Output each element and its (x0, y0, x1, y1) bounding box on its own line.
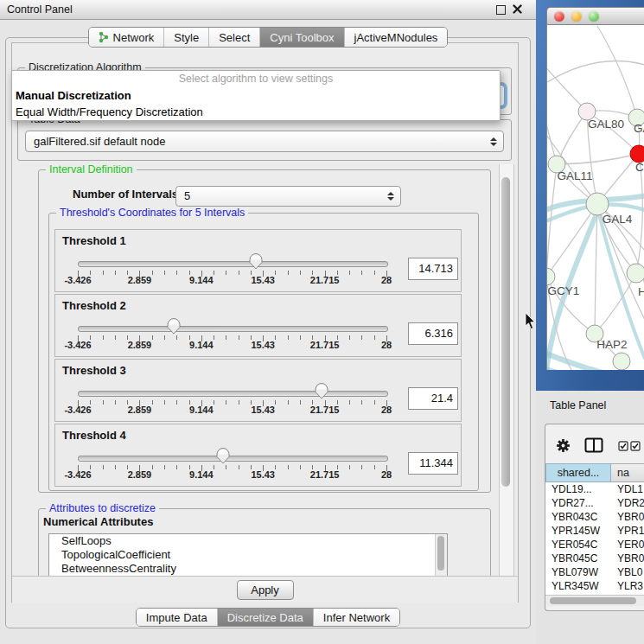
table-cell: YBL079W (545, 565, 611, 579)
table-data-combobox[interactable]: galFiltered.sif default node (25, 131, 504, 152)
panel-scrollbar[interactable] (499, 164, 514, 576)
slider-track[interactable] (78, 391, 388, 397)
threshold-label: Threshold 3 (62, 364, 126, 377)
table-row[interactable]: YER054CYER0 (545, 538, 644, 552)
numerical-attributes-list[interactable]: SelfLoopsTopologicalCoefficientBetweenne… (48, 533, 448, 576)
list-scrollbar-thumb[interactable] (437, 536, 444, 571)
threshold-value-field[interactable]: 11.344 (408, 452, 458, 475)
tab-label: Infer Network (323, 611, 390, 624)
table-row[interactable]: YPR145WYPR1 (545, 524, 644, 538)
slider-tick-label: 21.715 (299, 405, 351, 415)
float-window-icon[interactable] (496, 5, 506, 15)
attribute-list-item[interactable]: BetweennessCentrality (49, 562, 447, 576)
table-row[interactable]: YBR043CYBR0 (545, 510, 644, 524)
control-panel-titlebar: Control Panel (0, 0, 536, 20)
gear-icon[interactable] (556, 438, 571, 453)
table-row[interactable]: YDR27...YDR2 (545, 496, 644, 510)
network-node[interactable] (613, 353, 630, 370)
window-title: Control Panel (7, 3, 73, 16)
minimize-traffic-light-icon[interactable] (571, 11, 582, 22)
network-window: GAL80GACGAL11GAL4GCY1HHAP2 (546, 7, 644, 371)
tab-label: jActiveMNodules (354, 31, 438, 44)
tab-network[interactable]: Network (89, 28, 165, 47)
tab-label: Impute Data (146, 611, 207, 624)
slider-track[interactable] (78, 326, 388, 332)
threshold-panel: Threshold 4-3.4262.8599.14415.4321.71528… (54, 424, 462, 487)
network-node-c[interactable] (630, 145, 644, 163)
slider-tick-label: 28 (360, 469, 412, 480)
threshold-value-field[interactable]: 14.713 (408, 258, 458, 280)
slider-tick-label: 15.43 (237, 340, 289, 350)
slider-tick-label: 2.859 (113, 340, 165, 350)
tab-select[interactable]: Select (209, 28, 260, 47)
tab-infer-network[interactable]: Infer Network (314, 609, 399, 626)
slider-track[interactable] (78, 261, 388, 267)
table-header-row: shared... na (545, 463, 644, 482)
network-edge (557, 154, 639, 164)
threshold-panel: Threshold 1-3.4262.8599.14415.4321.71528… (54, 229, 462, 292)
table-row[interactable]: YBL079WYBL0 (545, 565, 644, 579)
slider-tick-label: 2.859 (113, 275, 165, 285)
apply-strip: Apply (12, 576, 518, 603)
threshold-label: Threshold 2 (62, 299, 126, 312)
network-node-gcy1[interactable] (547, 268, 555, 285)
table-hscrollbar-thumb[interactable] (550, 597, 636, 604)
panel-scrollbar-thumb[interactable] (501, 177, 510, 487)
slider-tick-label: 15.43 (237, 275, 289, 285)
list-scrollbar[interactable] (435, 534, 447, 576)
table-cell: YDR2 (611, 496, 644, 510)
zoom-traffic-light-icon[interactable] (589, 11, 599, 22)
table-panel-window: shared... na YDL19...YDL1YDR27...YDR2YBR… (545, 424, 644, 611)
tab-style[interactable]: Style (164, 28, 209, 47)
attribute-list-item[interactable]: TopologicalCoefficient (49, 548, 447, 562)
network-node-h[interactable] (627, 264, 644, 283)
checkbox-icon[interactable] (630, 441, 641, 451)
slider-tick-label: 28 (360, 275, 412, 285)
slider-thumb[interactable] (216, 448, 230, 464)
slider-thumb[interactable] (315, 383, 328, 399)
tab-label: Style (174, 31, 199, 44)
slider-tick-label: -3.426 (52, 469, 104, 480)
number-of-intervals-combobox[interactable]: 5 (175, 186, 401, 207)
top-tab-bar: NetworkStyleSelectCyni ToolboxjActiveMNo… (0, 27, 536, 48)
tab-label: Cyni Toolbox (270, 31, 334, 44)
table-hscrollbar[interactable] (545, 595, 644, 606)
close-traffic-light-icon[interactable] (554, 11, 564, 22)
network-edge (547, 86, 557, 164)
split-panel-icon[interactable] (584, 437, 603, 453)
table-row[interactable]: YLR345WYLR3 (545, 579, 644, 593)
tab-cyni-toolbox[interactable]: Cyni Toolbox (260, 28, 344, 47)
threshold-value-field[interactable]: 6.316 (408, 322, 458, 345)
table-cell: YLR3 (611, 579, 644, 593)
tab-jactivemnodules[interactable]: jActiveMNodules (345, 28, 448, 47)
dropdown-option[interactable]: Manual Discretization (12, 87, 500, 104)
table-cell: YDR27... (545, 496, 611, 510)
tab-label: Network (113, 31, 155, 44)
dropdown-option[interactable]: Equal Width/Frequency Discretization (12, 104, 500, 120)
column-header-shared[interactable]: shared... (545, 463, 611, 482)
slider-tick-label: 21.715 (299, 340, 351, 350)
tab-discretize-data[interactable]: Discretize Data (218, 609, 314, 626)
slider-thumb[interactable] (167, 318, 181, 335)
close-icon[interactable] (513, 4, 522, 14)
network-canvas[interactable]: GAL80GACGAL11GAL4GCY1HHAP2 (546, 25, 644, 370)
slider-thumb[interactable] (249, 253, 263, 270)
network-edge (595, 273, 636, 334)
table-cell: YBR0 (611, 510, 644, 524)
network-desktop: GAL80GACGAL11GAL4GCY1HHAP2 (536, 0, 644, 391)
slider-tick-label: 28 (360, 405, 412, 415)
network-node-label: HAP2 (596, 338, 627, 351)
threshold-value-field[interactable]: 21.4 (408, 387, 458, 410)
apply-button[interactable]: Apply (237, 580, 294, 600)
table-row[interactable]: YDL19...YDL1 (545, 482, 644, 496)
number-of-intervals-label: Number of Intervals (73, 188, 178, 201)
checkbox-icon[interactable] (618, 441, 628, 451)
slider-track[interactable] (78, 456, 388, 462)
slider-tick-label: 21.715 (299, 469, 351, 480)
attribute-list-item[interactable]: SelfLoops (49, 534, 447, 548)
column-header-name[interactable]: na (611, 463, 644, 482)
threshold-panel: Threshold 2-3.4262.8599.14415.4321.71528… (54, 294, 462, 357)
tab-impute-data[interactable]: Impute Data (137, 609, 218, 626)
network-node-label: H (638, 285, 644, 298)
table-row[interactable]: YBR045CYBR0 (545, 552, 644, 565)
